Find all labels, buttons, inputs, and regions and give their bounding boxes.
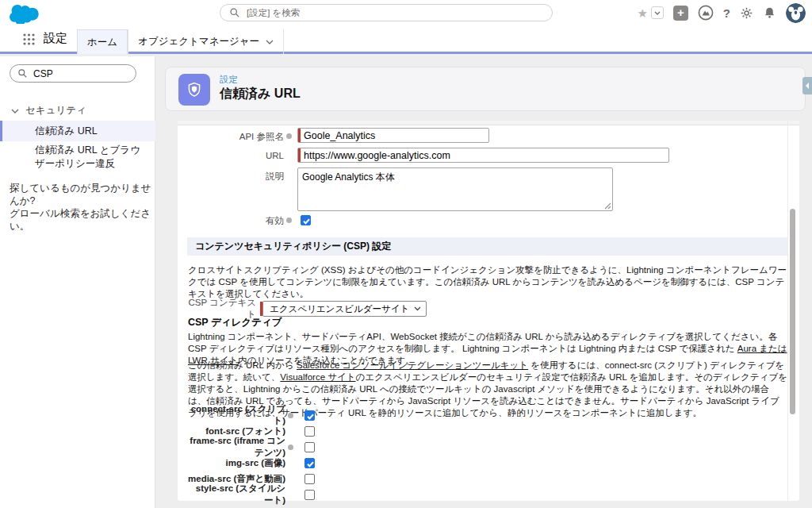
- sidebar-section-security[interactable]: セキュリティ: [11, 104, 86, 117]
- setup-nav-bar: 設定 ホーム オブジェクトマネージャー: [0, 25, 812, 54]
- info-icon[interactable]: [288, 413, 293, 418]
- sidebar-help-text: 探しているものが見つかりませんか? グローバル検索をお試しください。: [10, 182, 155, 233]
- app-name: 設定: [44, 31, 67, 46]
- salesforce-setup-app: [設定] を検索 ★ + ? 設定 ホーム オブジェクトマネージャー: [0, 0, 812, 508]
- active-checkbox[interactable]: [301, 215, 311, 225]
- sidebar-item-trusted-urls-violations[interactable]: 信頼済み URL とブラウザーポリシー違反: [0, 144, 155, 171]
- global-search-placeholder: [設定] を検索: [247, 7, 300, 19]
- trusted-url-edit-form: API 参照名 Goole_Analytics URL https://www.…: [178, 121, 799, 501]
- directive-label: style-src (スタイルシート): [187, 483, 285, 506]
- sidebar-item-trusted-urls[interactable]: 信頼済み URL: [0, 121, 155, 141]
- trailhead-icon[interactable]: [698, 5, 714, 21]
- page-eyebrow: 設定: [220, 74, 238, 86]
- font-src-checkbox[interactable]: [304, 426, 315, 437]
- url-label: URL: [187, 148, 284, 160]
- tab-home[interactable]: ホーム: [77, 29, 128, 54]
- collapse-help-panel-button[interactable]: [802, 77, 812, 94]
- form-top-divider: [178, 121, 799, 125]
- inline-link[interactable]: Visualforce サイト: [280, 372, 355, 382]
- info-icon[interactable]: [286, 133, 292, 139]
- info-icon[interactable]: [288, 444, 293, 450]
- user-avatar[interactable]: [786, 3, 806, 23]
- global-header: [設定] を検索 ★ + ?: [0, 0, 812, 25]
- search-icon: [18, 69, 27, 78]
- connect-src-checkbox[interactable]: [304, 410, 315, 421]
- img-src-checkbox[interactable]: [304, 458, 315, 468]
- url-input[interactable]: https://www.google-analytics.com: [297, 148, 669, 163]
- inline-link[interactable]: Salesforce コンソールインテグレーションツールキット: [297, 360, 528, 370]
- search-icon: [230, 8, 239, 17]
- sidebar-search-input[interactable]: [33, 68, 121, 79]
- directive-label: connect-src (スクリプト): [187, 403, 285, 427]
- setup-sidebar: セキュリティ 信頼済み URL 信頼済み URL とブラウザーポリシー違反 探し…: [0, 56, 155, 508]
- chevron-down-icon: [11, 109, 19, 114]
- chevron-down-icon: [266, 40, 274, 44]
- required-indicator: [298, 129, 301, 142]
- sidebar-search[interactable]: [10, 64, 136, 83]
- directive-label: img-src (画像): [187, 457, 285, 469]
- favorites-caret-icon[interactable]: [651, 6, 664, 19]
- help-icon[interactable]: ?: [723, 6, 730, 20]
- csp-section-header: コンテンツセキュリティポリシー (CSP) 設定: [187, 237, 787, 256]
- media-src-checkbox[interactable]: [304, 474, 315, 484]
- directive-label: frame-src (iframe コンテンツ): [187, 435, 285, 459]
- tab-object-manager[interactable]: オブジェクトマネージャー: [128, 29, 284, 54]
- info-icon[interactable]: [286, 217, 292, 223]
- global-search[interactable]: [設定] を検索: [220, 4, 553, 21]
- salesforce-logo[interactable]: [8, 3, 40, 24]
- required-indicator: [260, 302, 262, 316]
- trusted-url-shield-icon: [178, 74, 210, 106]
- add-icon[interactable]: +: [673, 6, 688, 21]
- app-launcher-icon[interactable]: [23, 33, 35, 45]
- page-header: 設定 信頼済み URL: [165, 67, 806, 111]
- setup-gear-icon[interactable]: [740, 6, 753, 20]
- csp-context-select[interactable]: エクスペリエンスビルダーサイト: [262, 301, 427, 317]
- csp-directives-title: CSP ディレクティブ: [188, 316, 282, 329]
- select-caret-icon: [414, 306, 421, 311]
- favorites-star-icon[interactable]: ★: [637, 7, 647, 19]
- csp-intro-text: クロスサイトスクリプティング (XSS) およびその他のコードインジェクション攻…: [188, 264, 787, 300]
- description-label: 説明: [187, 167, 284, 183]
- active-label: 有効: [187, 215, 284, 227]
- style-src-checkbox[interactable]: [304, 490, 315, 500]
- required-indicator: [298, 148, 301, 162]
- resize-grip-icon[interactable]: [604, 202, 611, 210]
- description-textarea[interactable]: Google Analytics 本体: [297, 167, 613, 211]
- page-title: 信頼済み URL: [220, 86, 301, 102]
- api-name-input[interactable]: Goole_Analytics: [297, 128, 489, 143]
- content-right-border: [787, 121, 788, 501]
- frame-src-checkbox[interactable]: [304, 442, 315, 452]
- vertical-scrollbar[interactable]: [790, 209, 795, 414]
- api-name-label: API 参照名: [187, 128, 284, 143]
- notifications-bell-icon[interactable]: [763, 6, 776, 20]
